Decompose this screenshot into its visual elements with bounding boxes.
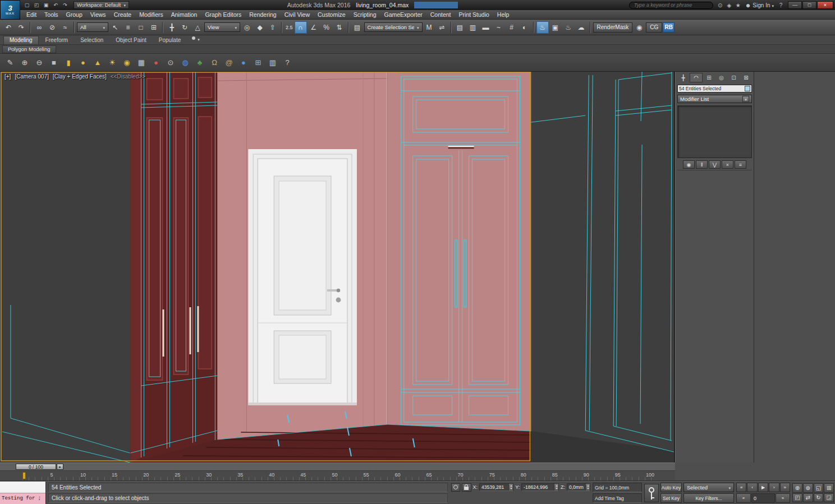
camera-viewport[interactable]: [+] [Camera 007] [Clay + Edged Faces] <<… — [0, 72, 675, 463]
open-file-icon[interactable]: ◰ — [32, 1, 41, 9]
ribbon-tab[interactable]: Freeform — [40, 36, 74, 44]
lattice-helper-icon[interactable]: ▦ — [135, 56, 148, 70]
track-bar[interactable]: 5101520253035404550556065707580859095100 — [0, 471, 835, 481]
rendermask-button[interactable]: RenderMask — [593, 22, 633, 33]
isolate-selection-toggle[interactable] — [451, 483, 460, 492]
sun-light-icon[interactable]: ☀ — [105, 56, 119, 70]
menu-item[interactable]: Scripting — [350, 10, 380, 19]
search-icon[interactable]: ⊙ — [716, 2, 724, 8]
minimize-button[interactable]: — — [788, 1, 802, 9]
schematic-view-icon[interactable]: # — [506, 21, 518, 34]
object-color-swatch[interactable] — [745, 86, 750, 91]
maxscript-listener-line[interactable] — [0, 482, 45, 493]
cylinder-primitive-icon[interactable]: ▮ — [62, 56, 75, 70]
maximize-button[interactable]: □ — [802, 1, 816, 9]
time-slider-next-arrow[interactable] — [57, 464, 63, 470]
viewport-canvas[interactable] — [0, 72, 674, 463]
select-and-move-icon[interactable]: ╋ — [166, 21, 178, 34]
menu-item[interactable]: Help — [493, 10, 513, 19]
menu-item[interactable]: Content — [426, 10, 455, 19]
select-object-icon[interactable]: ↖ — [109, 21, 121, 34]
layer-explorer-icon[interactable]: ▥ — [467, 21, 479, 34]
point-helper-icon[interactable]: ● — [149, 56, 163, 70]
blue-sphere-icon[interactable]: ● — [237, 56, 250, 70]
selection-region-icon[interactable]: □ — [135, 21, 147, 34]
edit-named-selection-sets-icon[interactable]: ▤ — [351, 21, 364, 34]
render-mask-camera-icon[interactable]: ◉ — [633, 21, 645, 34]
display-tab-icon[interactable]: ⊡ — [728, 73, 740, 82]
use-pivot-point-icon[interactable]: ◎ — [241, 21, 253, 34]
object-name-field[interactable]: 54 Entities Selected — [677, 85, 752, 93]
key-selection-set-dropdown[interactable]: Selected — [683, 483, 734, 492]
ribbon-state-icon[interactable] — [192, 36, 195, 40]
paint-select-icon[interactable]: ✎ — [3, 56, 17, 70]
help-icon[interactable]: ? — [777, 2, 785, 8]
cg-button[interactable]: CG — [646, 22, 662, 33]
snaps-toggle-icon[interactable]: ∩ — [295, 21, 307, 34]
orbit-icon[interactable]: ↻ — [814, 493, 824, 503]
window-crossing-icon[interactable]: ⊞ — [148, 21, 160, 34]
scene-explorer-icon[interactable]: ▤ — [454, 21, 466, 34]
zoom-region-icon[interactable]: ◰ — [792, 493, 802, 503]
current-frame-field[interactable]: 0 — [751, 493, 775, 503]
create-tab-icon[interactable]: ╋ — [677, 73, 689, 82]
zoom-icon[interactable]: ⊕ — [792, 483, 802, 493]
next-key-button[interactable]: » — [776, 493, 790, 503]
ribbon-minimize-caret-icon[interactable] — [198, 33, 200, 43]
modify-tab-icon[interactable]: ◠ — [690, 73, 703, 82]
white-door[interactable] — [248, 149, 357, 405]
grow-selection-icon[interactable]: ⊕ — [18, 56, 31, 70]
redo-icon[interactable]: ↷ — [15, 21, 27, 34]
menu-item[interactable]: Views — [86, 10, 110, 19]
help-icon[interactable]: ? — [281, 56, 294, 70]
render-in-cloud-icon[interactable]: ☁ — [575, 21, 588, 34]
viewport-menu-plus[interactable]: [+] — [4, 73, 11, 80]
ribbon-tab[interactable]: Populate — [153, 36, 186, 44]
sign-in-button[interactable]: ☻ Sign In — [745, 2, 774, 8]
box-primitive-icon[interactable]: ■ — [47, 56, 61, 70]
shrink-selection-icon[interactable]: ⊖ — [33, 56, 46, 70]
render-production-icon[interactable]: ♨ — [562, 21, 575, 34]
select-and-scale-icon[interactable]: △ — [191, 21, 204, 34]
align-icon[interactable]: ⇌ — [436, 21, 448, 34]
material-editor-icon[interactable]: ◐ — [519, 21, 531, 34]
statistics-icon[interactable]: ▥ — [266, 56, 279, 70]
angle-snap-icon[interactable]: ∠ — [308, 21, 320, 34]
geosphere-primitive-icon[interactable]: ◉ — [120, 56, 134, 70]
new-scene-icon[interactable]: ▢ — [22, 1, 31, 9]
zoom-all-icon[interactable]: ⊚ — [803, 483, 813, 493]
workspace-dropdown[interactable]: Workspace: Default — [74, 1, 129, 9]
set-key-button[interactable]: Set Key — [660, 493, 682, 503]
y-coordinate-field[interactable]: -18624,996 — [521, 483, 559, 491]
ribbon-tab[interactable]: Selection — [75, 36, 109, 44]
undo-icon[interactable]: ↶ — [2, 21, 15, 34]
make-unique-button[interactable]: ⋁ — [709, 160, 721, 169]
menu-item[interactable]: Customize — [314, 10, 350, 19]
add-time-tag[interactable]: Add Time Tag — [593, 493, 642, 503]
set-keys-button[interactable] — [644, 484, 659, 502]
select-and-link-icon[interactable]: ∞ — [33, 21, 45, 34]
z-coordinate-field[interactable]: 0,0mm — [567, 483, 590, 491]
zoom-extents-icon[interactable]: ◱ — [814, 483, 824, 493]
current-frame-marker[interactable] — [22, 472, 26, 479]
sphere-primitive-icon[interactable]: ● — [76, 56, 90, 70]
menu-item[interactable]: Group — [62, 10, 86, 19]
ribbon-tab[interactable]: Object Paint — [110, 36, 152, 44]
configure-modifier-sets-button[interactable]: ≡ — [735, 160, 746, 169]
rb-plugin-button[interactable]: RB — [663, 22, 675, 33]
pan-view-icon[interactable]: ⇄ — [803, 493, 813, 503]
ribbon-tab[interactable]: Modeling — [3, 36, 39, 44]
save-file-icon[interactable]: ▣ — [42, 1, 51, 9]
next-frame-button[interactable]: › — [769, 483, 779, 492]
menu-item[interactable]: Animation — [167, 10, 201, 19]
right-wardrobe[interactable] — [388, 72, 531, 431]
play-button[interactable]: ▶ — [758, 483, 768, 492]
modifier-list-dropdown[interactable]: Modifier List — [677, 95, 752, 103]
hierarchy-tab-icon[interactable]: ⊞ — [703, 73, 715, 82]
select-and-rotate-icon[interactable]: ↻ — [178, 21, 191, 34]
viewport-shading-label[interactable]: [Clay + Edged Faces] — [53, 73, 107, 80]
x-coordinate-field[interactable]: 43539,281 — [479, 483, 513, 491]
previous-frame-button[interactable]: ‹ — [747, 483, 757, 492]
selection-lock-toggle[interactable] — [462, 483, 471, 492]
show-end-result-button[interactable]: ‖ — [696, 160, 708, 169]
